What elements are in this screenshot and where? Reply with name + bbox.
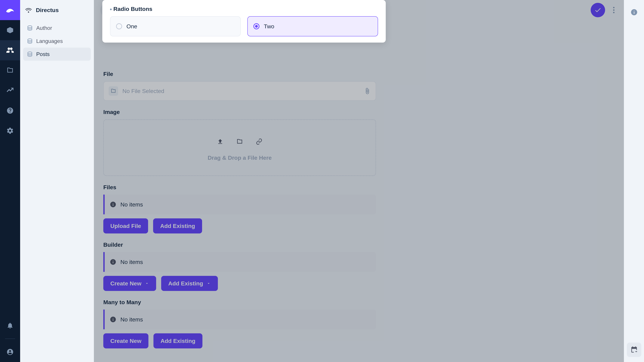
dots-vertical-icon xyxy=(613,6,615,14)
module-settings[interactable] xyxy=(0,121,20,141)
file-placeholder: No File Selected xyxy=(122,88,360,94)
dropzone-text: Drag & Drop a File Here xyxy=(208,155,272,161)
database-icon xyxy=(27,25,33,31)
module-content[interactable] xyxy=(0,20,20,40)
upload-icon[interactable] xyxy=(213,134,228,149)
main-panel: Creating Item in Posts File No File Sele… xyxy=(94,0,624,362)
info-rail xyxy=(624,0,644,362)
info-icon xyxy=(110,259,116,265)
folder-icon[interactable] xyxy=(232,134,247,149)
image-dropzone[interactable]: Drag & Drop a File Here xyxy=(103,119,376,176)
field-label-m2m: Many to Many xyxy=(103,299,376,306)
svg-point-0 xyxy=(613,7,614,8)
database-icon xyxy=(27,51,33,57)
info-icon xyxy=(110,201,116,208)
svg-point-1 xyxy=(613,9,614,11)
add-existing-button[interactable]: Add Existing xyxy=(161,276,218,291)
add-existing-button[interactable]: Add Existing xyxy=(153,218,202,233)
attachment-icon[interactable] xyxy=(364,88,371,94)
svg-point-2 xyxy=(613,12,614,13)
info-icon xyxy=(110,316,116,323)
app-logo[interactable] xyxy=(0,0,20,20)
page-title: Creating Item in Posts xyxy=(120,5,208,15)
account-icon[interactable] xyxy=(0,342,20,362)
chevron-down-icon xyxy=(145,281,149,286)
collection-item-posts[interactable]: Posts xyxy=(23,48,91,61)
folder-icon xyxy=(109,86,118,96)
files-empty-banner: No items xyxy=(103,195,376,214)
m2m-empty-banner: No items xyxy=(103,310,376,329)
module-insights[interactable] xyxy=(0,80,20,100)
field-label-files: Files xyxy=(103,184,376,191)
upload-file-button[interactable]: Upload File xyxy=(103,218,148,233)
info-icon[interactable] xyxy=(627,5,641,19)
collections-panel: Directus Author Languages Posts xyxy=(20,0,94,362)
collection-item-author[interactable]: Author xyxy=(23,21,91,34)
revisions-icon[interactable] xyxy=(627,343,641,357)
add-existing-button[interactable]: Add Existing xyxy=(154,333,202,349)
back-button[interactable] xyxy=(100,3,115,17)
notifications-icon[interactable] xyxy=(0,316,20,336)
collections-header: Directus xyxy=(20,0,94,20)
field-label-image: Image xyxy=(103,109,376,115)
field-label-file: File xyxy=(103,71,376,77)
save-button[interactable] xyxy=(591,3,605,17)
arrow-left-icon xyxy=(104,7,111,13)
wifi-icon xyxy=(24,6,32,14)
brand-label: Directus xyxy=(36,7,59,13)
file-input[interactable]: No File Selected xyxy=(103,81,376,101)
create-new-button[interactable]: Create New xyxy=(103,276,156,291)
field-label-builder: Builder xyxy=(103,242,376,248)
check-icon xyxy=(594,6,602,14)
module-docs[interactable] xyxy=(0,100,20,121)
more-button[interactable] xyxy=(610,3,618,17)
chevron-down-icon xyxy=(206,281,211,286)
builder-empty-banner: No items xyxy=(103,252,376,272)
database-icon xyxy=(27,38,33,44)
module-users[interactable] xyxy=(0,40,20,60)
link-icon[interactable] xyxy=(252,134,266,149)
module-rail xyxy=(0,0,20,362)
module-files[interactable] xyxy=(0,60,20,80)
collection-item-languages[interactable]: Languages xyxy=(23,34,91,48)
create-new-button[interactable]: Create New xyxy=(103,333,148,349)
topbar: Creating Item in Posts xyxy=(94,0,624,20)
